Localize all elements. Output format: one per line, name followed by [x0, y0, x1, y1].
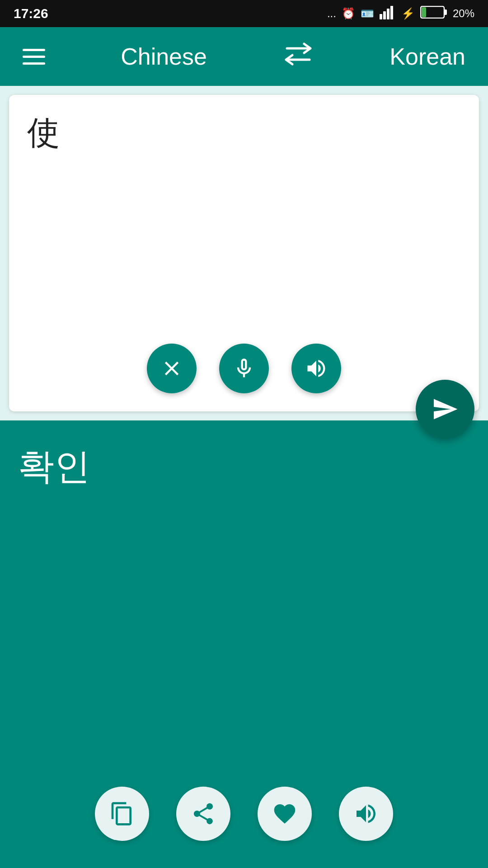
share-button[interactable]	[176, 787, 230, 841]
svg-rect-2	[387, 9, 389, 19]
alarm-icon: ⏰	[342, 7, 355, 20]
svg-rect-1	[383, 11, 386, 19]
clear-button[interactable]	[147, 344, 197, 393]
speak-input-button[interactable]	[291, 344, 341, 393]
svg-rect-6	[422, 7, 426, 17]
input-wrapper: 使	[0, 86, 488, 411]
translation-text: 확인	[18, 443, 470, 490]
battery-pct: 20%	[453, 7, 474, 20]
source-language[interactable]: Chinese	[121, 43, 207, 70]
battery-icon	[420, 6, 447, 21]
speak-translation-button[interactable]	[339, 787, 393, 841]
translation-area: 확인	[0, 420, 488, 868]
status-icons: ... ⏰ 🪪 ⚡ 20%	[327, 5, 474, 22]
sim-icon: 🪪	[361, 7, 374, 20]
status-dots: ...	[327, 7, 336, 20]
favorite-button[interactable]	[258, 787, 312, 841]
input-area[interactable]: 使	[9, 95, 479, 411]
input-text: 使	[27, 113, 461, 152]
input-controls	[147, 344, 341, 393]
swap-languages-button[interactable]	[282, 42, 314, 72]
charging-icon: ⚡	[401, 7, 415, 20]
svg-rect-3	[390, 6, 393, 19]
menu-button[interactable]	[23, 49, 45, 65]
toolbar: Chinese Korean	[0, 27, 488, 86]
main-content: 使	[0, 86, 488, 868]
svg-rect-0	[380, 14, 382, 19]
svg-rect-5	[444, 9, 447, 15]
signal-icon	[380, 5, 396, 22]
translate-button[interactable]	[416, 380, 474, 439]
status-bar: 17:26 ... ⏰ 🪪 ⚡ 20%	[0, 0, 488, 27]
translation-controls	[95, 787, 393, 841]
status-time: 17:26	[14, 6, 48, 21]
target-language[interactable]: Korean	[389, 43, 465, 70]
copy-button[interactable]	[95, 787, 149, 841]
microphone-button[interactable]	[219, 344, 269, 393]
